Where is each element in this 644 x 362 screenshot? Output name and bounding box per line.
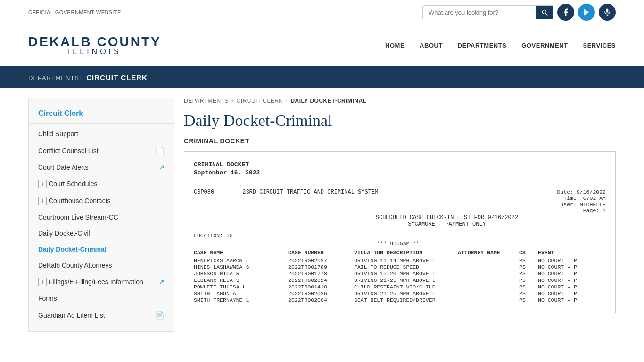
col-case-name: CASE NAME: [194, 249, 288, 255]
docket-column-headers: CASE NAME CASE NUMBER VIOLATION DESCRIPT…: [194, 249, 606, 255]
nav-departments[interactable]: DEPARTMENTS: [458, 42, 506, 49]
svg-rect-1: [606, 9, 609, 13]
search-input[interactable]: [423, 6, 536, 19]
sidebar-item-child-support[interactable]: Child Support: [29, 126, 174, 142]
sidebar-item-courtroom-livestream[interactable]: Courtroom Live Stream-CC: [29, 209, 174, 225]
cell-case-name: HINES LASHAWNDA S: [194, 264, 288, 270]
sidebar-item-court-schedules[interactable]: + Court Schedules: [29, 175, 174, 192]
sidebar-item-conflict-counsel[interactable]: Conflict Counsel List 📄: [29, 142, 174, 159]
search-bar[interactable]: [422, 5, 553, 19]
docket-rows: HENDRICKS AARON J 2022TR002027 DRIVING 1…: [194, 257, 606, 303]
main-nav: HOME ABOUT DEPARTMENTS GOVERNMENT SERVIC…: [385, 42, 616, 49]
sidebar-item-filings[interactable]: + Filings/E-Filing/Fees Information ↗: [29, 273, 174, 290]
expand-icon: +: [38, 278, 47, 286]
top-bar: OFFICIAL GOVERNMENT WEBSITE: [0, 0, 644, 25]
col-event: EVENT: [538, 249, 606, 255]
expand-icon: +: [38, 180, 47, 188]
table-row: SMITH TARON A 2022TR002026 DRIVING 21-25…: [194, 290, 606, 296]
time-label: Time:: [563, 195, 580, 201]
breadcrumb: DEPARTMENTS › CIRCUIT CLERK › DAILY DOCK…: [184, 98, 616, 104]
facebook-icon[interactable]: [557, 4, 574, 21]
docket-date: September 16, 2022: [194, 169, 606, 176]
table-row: LEBLANC KEIA S 2022TR002024 DRIVING 21-2…: [194, 277, 606, 283]
table-row: HENDRICKS AARON J 2022TR002027 DRIVING 1…: [194, 257, 606, 263]
section-heading: CRIMINAL DOCKET: [184, 137, 616, 145]
page-title: Daily Docket-Criminal: [184, 112, 616, 130]
col-violation: VIOLATION DESCRIPTION: [354, 249, 458, 255]
docket-meta-right: Date: 9/16/2022 Time: 0702 AM User: MICH…: [557, 189, 606, 214]
sidebar-item-label: Child Support: [38, 130, 78, 138]
cell-violation: FAIL TO REDUCE SPEED: [354, 264, 458, 270]
sidebar-item-forms[interactable]: Forms: [29, 290, 174, 306]
breadcrumb-current: DAILY DOCKET-CRIMINAL: [290, 98, 366, 104]
docket-table: LOCATION: 55 *** 9:55AM *** CASE NAME CA…: [194, 232, 606, 303]
cell-cs: PS: [519, 290, 538, 296]
cell-case-name: LEBLANC KEIA S: [194, 277, 288, 283]
cell-case-num: 2022TR001789: [288, 264, 354, 270]
nav-services[interactable]: SERVICES: [583, 42, 616, 49]
sidebar-item-courthouse-contacts[interactable]: + Courthouse Contacts: [29, 192, 174, 209]
sidebar-item-dekalb-attorneys[interactable]: DeKalb County Attorneys: [29, 257, 174, 273]
table-row: JOHNSON MICA R 2022TR001778 DRIVING 15-2…: [194, 271, 606, 277]
cell-violation: DRIVING 11-14 MPH ABOVE L: [354, 257, 458, 263]
date-label: Date:: [557, 189, 573, 195]
time-val: 0702 AM: [583, 195, 606, 201]
cell-cs: PS: [519, 277, 538, 283]
cell-case-num: 2022TR001418: [288, 284, 354, 290]
cell-case-name: SMITH TARON A: [194, 290, 288, 296]
cell-case-name: ROWLETT TULISA L: [194, 284, 288, 290]
cell-attorney: [458, 264, 519, 270]
sidebar-item-daily-docket-criminal[interactable]: Daily Docket-Criminal: [29, 241, 174, 257]
youtube-icon[interactable]: [578, 4, 595, 21]
sidebar-item-label: Guardian Ad Litem List: [38, 312, 105, 319]
scheduled-line: SCHEDULED CASE CHECK-IN LIST FOR 9/16/20…: [288, 214, 606, 221]
svg-marker-0: [584, 9, 589, 16]
cell-attorney: [458, 290, 519, 296]
sidebar-item-court-date-alerts[interactable]: Court Date Alerts ↗: [29, 159, 174, 175]
cell-case-num: 2022TR002004: [288, 297, 354, 303]
pdf-icon: 📄: [155, 311, 165, 320]
sidebar-item-label: Court Date Alerts: [38, 164, 89, 171]
cell-case-name: SMITH TRERNAYNE L: [194, 297, 288, 303]
cell-event: NO COURT - P: [538, 297, 606, 303]
cell-event: NO COURT - P: [538, 271, 606, 277]
sidebar-item-daily-docket-civil[interactable]: Daily Docket-Civil: [29, 225, 174, 241]
cell-cs: PS: [519, 271, 538, 277]
official-label: OFFICIAL GOVERNMENT WEBSITE: [28, 9, 121, 15]
cell-case-num: 2022TR002024: [288, 277, 354, 283]
cell-case-num: 2022TR001778: [288, 271, 354, 277]
cell-event: NO COURT - P: [538, 277, 606, 283]
nav-about[interactable]: ABOUT: [420, 42, 443, 49]
search-button[interactable]: [536, 6, 553, 19]
date-val: 9/16/2022: [577, 189, 606, 195]
breadcrumb-departments[interactable]: DEPARTMENTS: [184, 98, 229, 104]
cell-violation: CHILD RESTRAINT VIO/CHILD: [354, 284, 458, 290]
external-link-icon: ↗: [159, 164, 165, 171]
pdf-icon: 📄: [155, 146, 165, 155]
cell-event: NO COURT - P: [538, 257, 606, 263]
cell-cs: PS: [519, 284, 538, 290]
nav-home[interactable]: HOME: [385, 42, 405, 49]
cell-attorney: [458, 271, 519, 277]
site-header: DEKALB COUNTY ILLINOIS HOME ABOUT DEPART…: [0, 25, 644, 67]
sidebar-item-label: Courtroom Live Stream-CC: [38, 214, 118, 221]
banner-name: CIRCUIT CLERK: [86, 74, 148, 82]
cell-case-num: 2022TR002027: [288, 257, 354, 263]
cell-case-name: HENDRICKS AARON J: [194, 257, 288, 263]
breadcrumb-circuit-clerk[interactable]: CIRCUIT CLERK: [237, 98, 283, 104]
nav-government[interactable]: GOVERNMENT: [521, 42, 568, 49]
page-label: Page:: [583, 207, 600, 214]
cell-cs: PS: [519, 264, 538, 270]
col-attorney: ATTORNEY NAME: [458, 249, 519, 255]
cell-attorney: [458, 297, 519, 303]
cell-case-num: 2022TR002026: [288, 290, 354, 296]
sidebar-item-guardian-ad-litem[interactable]: Guardian Ad Litem List 📄: [29, 306, 174, 324]
sidebar: Circuit Clerk Child Support Conflict Cou…: [28, 98, 174, 332]
microphone-icon[interactable]: [599, 4, 616, 21]
cell-attorney: [458, 284, 519, 290]
table-row: HINES LASHAWNDA S 2022TR001789 FAIL TO R…: [194, 264, 606, 270]
cell-cs: PS: [519, 297, 538, 303]
content-wrapper: Circuit Clerk Child Support Conflict Cou…: [0, 88, 644, 341]
cell-event: NO COURT - P: [538, 290, 606, 296]
cell-attorney: [458, 277, 519, 283]
